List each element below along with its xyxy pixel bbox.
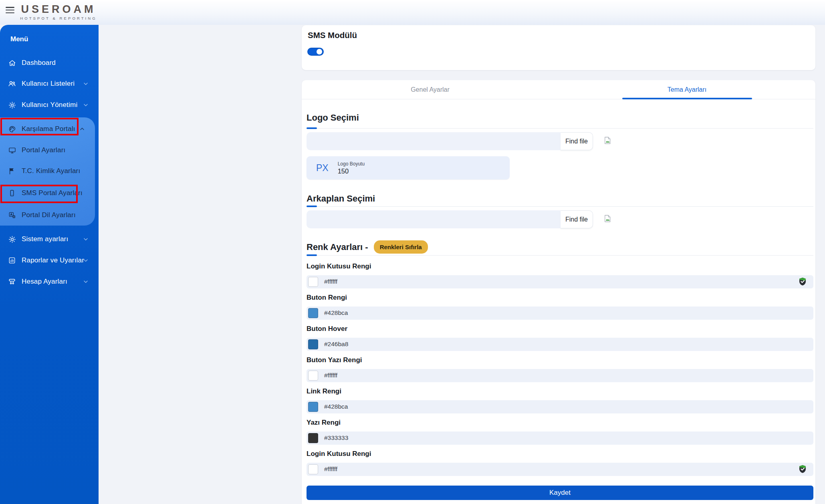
- color-swatch[interactable]: [308, 277, 318, 287]
- sms-portal-settings-page: { "brand": { "name": "USEROAM", "tagline…: [0, 0, 825, 504]
- sidebar-item-label: Raporlar ve Uyarılar: [22, 256, 84, 264]
- broken-image-icon: [603, 214, 612, 223]
- logo-section-title: Logo Seçimi: [307, 113, 359, 123]
- chevron-down-icon: [83, 236, 89, 242]
- colors-section-header: Renk Ayarları - Renkleri Sıfırla: [307, 240, 428, 254]
- sidebar-item-hesap-ayarlari[interactable]: Hesap Ayarları: [0, 274, 99, 290]
- chevron-down-icon: [83, 257, 89, 264]
- color-field-row[interactable]: #ffffff: [307, 463, 813, 476]
- color-swatch[interactable]: [308, 464, 318, 474]
- sidebar: Menü Dashboard Kullanıcı Listeleri Kulla…: [0, 25, 99, 504]
- color-field-label: Buton Yazı Rengi: [307, 356, 362, 364]
- password-manager-shield-icon[interactable]: [797, 464, 808, 474]
- sms-module-title: SMS Modülü: [308, 30, 357, 40]
- color-field-label: Yazı Rengi: [307, 419, 341, 427]
- top-header-band: [0, 0, 825, 25]
- background-file-input[interactable]: [307, 210, 561, 228]
- chevron-down-icon: [83, 102, 89, 108]
- toggle-knob: [317, 49, 322, 54]
- tab-genel-ayarlar[interactable]: Genel Ayarlar: [302, 80, 559, 99]
- sidebar-item-portal-ayarlari[interactable]: Portal Ayarları: [0, 142, 95, 158]
- color-field-label: Link Rengi: [307, 387, 341, 395]
- colors-section-title: Renk Ayarları -: [307, 242, 368, 252]
- chevron-down-icon: [83, 278, 89, 285]
- gear-icon: [8, 101, 16, 109]
- color-swatch[interactable]: [308, 308, 318, 318]
- color-hex-value[interactable]: #ffffff: [324, 278, 337, 285]
- sidebar-item-label: SMS Portal Ayarları: [22, 189, 83, 197]
- sidebar-item-label: Sistem ayarları: [22, 235, 68, 243]
- monitor-icon: [8, 146, 16, 155]
- color-hex-value[interactable]: #ffffff: [324, 372, 337, 379]
- hamburger-menu-icon[interactable]: [6, 7, 15, 14]
- logo-find-file-button[interactable]: Find file: [561, 132, 593, 150]
- px-unit-label: PX: [316, 163, 329, 173]
- sidebar-item-karsilama-portali[interactable]: Karşılama Portalı: [0, 121, 95, 137]
- color-field-row[interactable]: #246ba8: [307, 338, 813, 351]
- bar-chart-icon: [8, 256, 16, 265]
- save-button[interactable]: Kaydet: [307, 486, 813, 500]
- network-icon: [8, 277, 16, 286]
- sidebar-item-label: Hesap Ayarları: [22, 278, 67, 286]
- sidebar-item-label: T.C. Kimlik Ayarları: [22, 167, 80, 175]
- tab-tema-ayarlari[interactable]: Tema Ayarları: [559, 80, 815, 99]
- sidebar-item-kullanici-yonetimi[interactable]: Kullanıcı Yönetimi: [0, 97, 99, 113]
- sidebar-item-sistem-ayarlari[interactable]: Sistem ayarları: [0, 231, 99, 247]
- logo-size-value[interactable]: 150: [338, 167, 365, 175]
- sidebar-item-label: Karşılama Portalı: [22, 125, 75, 133]
- color-field-row[interactable]: #ffffff: [307, 369, 813, 382]
- logo-size-card: PX Logo Boyutu 150: [307, 156, 510, 179]
- home-icon: [8, 58, 16, 67]
- background-find-file-button[interactable]: Find file: [561, 210, 593, 228]
- section-divider: [307, 128, 813, 129]
- logo-file-group: Find file: [307, 132, 593, 150]
- smartphone-icon: [8, 189, 16, 198]
- color-swatch[interactable]: [308, 339, 318, 349]
- color-field-row[interactable]: #333333: [307, 431, 813, 445]
- color-field-label: Login Kutusu Rengi: [307, 262, 371, 270]
- translate-icon: [8, 211, 16, 220]
- color-hex-value[interactable]: #ffffff: [324, 466, 337, 473]
- brand-tagline: HOTSPOT & REPORTING: [18, 16, 99, 20]
- section-divider: [307, 255, 813, 256]
- logo-size-label: Logo Boyutu: [338, 161, 365, 167]
- settings-tabbar: Genel Ayarlar Tema Ayarları: [302, 80, 815, 99]
- color-field-label: Login Kutusu Rengi: [307, 450, 371, 458]
- logo-file-input[interactable]: [307, 132, 561, 150]
- divider-accent: [307, 127, 317, 129]
- chevron-down-icon: [83, 81, 89, 87]
- background-file-group: Find file: [307, 210, 593, 228]
- sidebar-item-kullanici-listeleri[interactable]: Kullanıcı Listeleri: [0, 76, 99, 92]
- color-field-row[interactable]: #428bca: [307, 400, 813, 413]
- color-hex-value[interactable]: #333333: [324, 434, 348, 442]
- theme-settings-card: Genel Ayarlar Tema Ayarları Logo Seçimi …: [302, 80, 815, 504]
- sidebar-item-label: Dashboard: [22, 59, 56, 67]
- reset-colors-button[interactable]: Renkleri Sıfırla: [374, 240, 428, 254]
- color-swatch[interactable]: [308, 433, 318, 443]
- palette-icon: [8, 125, 16, 133]
- sidebar-item-label: Portal Ayarları: [22, 146, 65, 154]
- chevron-up-icon: [79, 126, 85, 132]
- sms-module-card: SMS Modülü: [302, 25, 815, 70]
- color-swatch[interactable]: [308, 402, 318, 412]
- sidebar-item-raporlar-ve-uyarilar[interactable]: Raporlar ve Uyarılar: [0, 252, 99, 268]
- sidebar-item-label: Kullanıcı Yönetimi: [22, 101, 77, 109]
- users-icon: [8, 79, 16, 88]
- color-field-row[interactable]: #428bca: [307, 306, 813, 320]
- section-divider: [307, 206, 813, 207]
- sidebar-item-portal-dil-ayarlari[interactable]: Portal Dil Ayarları: [0, 207, 95, 223]
- color-field-row[interactable]: #ffffff: [307, 275, 813, 288]
- sidebar-item-dashboard[interactable]: Dashboard: [0, 55, 99, 71]
- sidebar-item-label: Portal Dil Ayarları: [22, 211, 76, 219]
- color-swatch[interactable]: [308, 371, 318, 381]
- sidebar-item-sms-portal-ayarlari[interactable]: SMS Portal Ayarları: [0, 185, 95, 201]
- sidebar-item-tc-kimlik-ayarlari[interactable]: T.C. Kimlik Ayarları: [0, 163, 95, 179]
- sms-module-toggle[interactable]: [307, 48, 324, 56]
- color-hex-value[interactable]: #428bca: [324, 309, 348, 317]
- color-hex-value[interactable]: #246ba8: [324, 341, 348, 348]
- password-manager-shield-icon[interactable]: [797, 276, 808, 287]
- flag-icon: [8, 167, 16, 175]
- color-field-label: Buton Hover: [307, 325, 347, 333]
- color-hex-value[interactable]: #428bca: [324, 403, 348, 410]
- divider-accent: [307, 254, 317, 256]
